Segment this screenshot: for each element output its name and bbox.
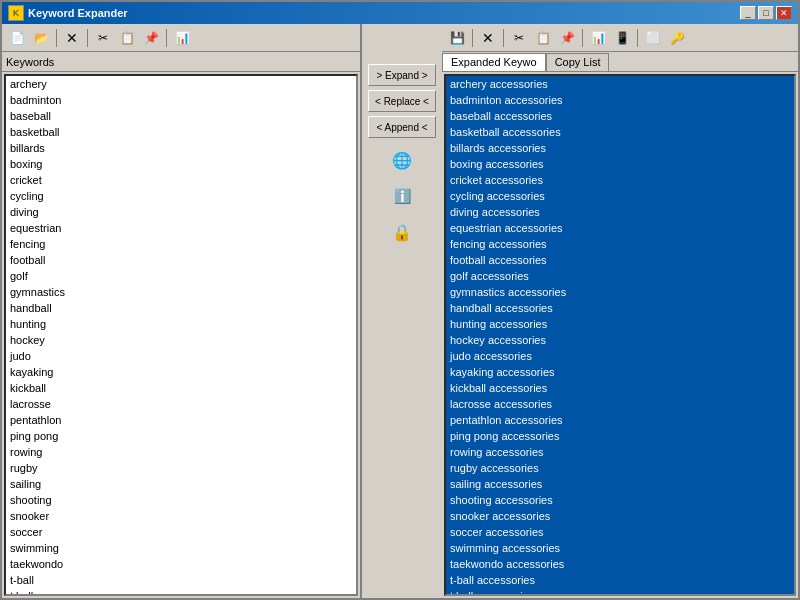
list-item[interactable]: equestrian — [6, 220, 356, 236]
new-button[interactable]: 📄 — [6, 27, 28, 49]
right-key-button[interactable]: 🔑 — [666, 27, 688, 49]
expanded-list-item[interactable]: archery accessories — [446, 76, 794, 92]
open-button[interactable]: 📂 — [30, 27, 52, 49]
list-item[interactable]: swimming — [6, 540, 356, 556]
expanded-list-item[interactable]: billards accessories — [446, 140, 794, 156]
expanded-list-item[interactable]: gymnastics accessories — [446, 284, 794, 300]
list-item[interactable]: cycling — [6, 188, 356, 204]
right-delete-button[interactable]: ✕ — [477, 27, 499, 49]
list-item[interactable]: rugby — [6, 460, 356, 476]
restore-button[interactable]: □ — [758, 6, 774, 20]
right-spreadsheet-button[interactable]: 📊 — [587, 27, 609, 49]
expanded-list-item[interactable]: swimming accessories — [446, 540, 794, 556]
expanded-list-item[interactable]: cycling accessories — [446, 188, 794, 204]
expanded-list-item[interactable]: golf accessories — [446, 268, 794, 284]
copy-list-tab[interactable]: Copy List — [546, 53, 610, 71]
right-save-button[interactable]: 💾 — [446, 27, 468, 49]
expanded-list-item[interactable]: badminton accessories — [446, 92, 794, 108]
list-item[interactable]: gymnastics — [6, 284, 356, 300]
expanded-list-item[interactable]: sailing accessories — [446, 476, 794, 492]
middle-panel: > Expand > < Replace < < Append < 🌐 ℹ️ 🔒 — [362, 24, 442, 598]
expanded-list-item[interactable]: diving accessories — [446, 204, 794, 220]
list-item[interactable]: handball — [6, 300, 356, 316]
list-item[interactable]: football — [6, 252, 356, 268]
expanded-list-item[interactable]: soccer accessories — [446, 524, 794, 540]
expand-button[interactable]: > Expand > — [368, 64, 436, 86]
list-item[interactable]: ping pong — [6, 428, 356, 444]
list-item[interactable]: soccer — [6, 524, 356, 540]
list-item[interactable]: t-ball — [6, 572, 356, 588]
expanded-list-item[interactable]: handball accessories — [446, 300, 794, 316]
list-item[interactable]: billards — [6, 140, 356, 156]
list-item[interactable]: archery — [6, 76, 356, 92]
list-item[interactable]: basketball — [6, 124, 356, 140]
extra-button[interactable]: 📊 — [171, 27, 193, 49]
list-item[interactable]: t ball — [6, 588, 356, 594]
append-button[interactable]: < Append < — [368, 116, 436, 138]
right-mobile-button[interactable]: 📱 — [611, 27, 633, 49]
expanded-list-item[interactable]: fencing accessories — [446, 236, 794, 252]
copy-button[interactable]: 📋 — [116, 27, 138, 49]
expanded-list-item[interactable]: rowing accessories — [446, 444, 794, 460]
right-sep-1 — [472, 29, 473, 47]
list-item[interactable]: taekwondo — [6, 556, 356, 572]
list-item[interactable]: boxing — [6, 156, 356, 172]
list-item[interactable]: lacrosse — [6, 396, 356, 412]
list-item[interactable]: diving — [6, 204, 356, 220]
list-item[interactable]: hunting — [6, 316, 356, 332]
right-toolbar: 💾 ✕ ✂ 📋 📌 📊 📱 ⬜ 🔑 — [442, 24, 798, 52]
list-item[interactable]: pentathlon — [6, 412, 356, 428]
replace-button[interactable]: < Replace < — [368, 90, 436, 112]
list-item[interactable]: shooting — [6, 492, 356, 508]
expanded-list-item[interactable]: basketball accessories — [446, 124, 794, 140]
list-item[interactable]: judo — [6, 348, 356, 364]
cut-button[interactable]: ✂ — [92, 27, 114, 49]
expanded-list-item[interactable]: hunting accessories — [446, 316, 794, 332]
right-cut-button[interactable]: ✂ — [508, 27, 530, 49]
delete-button[interactable]: ✕ — [61, 27, 83, 49]
list-item[interactable]: golf — [6, 268, 356, 284]
list-item[interactable]: kayaking — [6, 364, 356, 380]
expanded-list-item[interactable]: football accessories — [446, 252, 794, 268]
expanded-list-item[interactable]: baseball accessories — [446, 108, 794, 124]
right-paste-button[interactable]: 📌 — [556, 27, 578, 49]
keywords-list-scroll[interactable]: archerybadmintonbaseballbasketballbillar… — [6, 76, 356, 594]
list-item[interactable]: kickball — [6, 380, 356, 396]
close-button[interactable]: ✕ — [776, 6, 792, 20]
expanded-list-item[interactable]: cricket accessories — [446, 172, 794, 188]
expanded-list-item[interactable]: hockey accessories — [446, 332, 794, 348]
expanded-list-item[interactable]: rugby accessories — [446, 460, 794, 476]
list-item[interactable]: snooker — [6, 508, 356, 524]
list-item[interactable]: sailing — [6, 476, 356, 492]
list-item[interactable]: fencing — [6, 236, 356, 252]
right-extra-button[interactable]: ⬜ — [642, 27, 664, 49]
expanded-list-scroll[interactable]: archery accessoriesbadminton accessories… — [446, 76, 794, 594]
expanded-list-item[interactable]: lacrosse accessories — [446, 396, 794, 412]
minimize-button[interactable]: _ — [740, 6, 756, 20]
expanded-list-item[interactable]: t ball accessories — [446, 588, 794, 594]
list-item[interactable]: baseball — [6, 108, 356, 124]
list-item[interactable]: cricket — [6, 172, 356, 188]
expanded-list-container[interactable]: archery accessoriesbadminton accessories… — [444, 74, 796, 596]
info-icon[interactable]: ℹ️ — [388, 182, 416, 210]
expanded-list-item[interactable]: kickball accessories — [446, 380, 794, 396]
expanded-list-item[interactable]: ping pong accessories — [446, 428, 794, 444]
expanded-list-item[interactable]: equestrian accessories — [446, 220, 794, 236]
expanded-list-item[interactable]: snooker accessories — [446, 508, 794, 524]
list-item[interactable]: rowing — [6, 444, 356, 460]
right-copy-button[interactable]: 📋 — [532, 27, 554, 49]
expanded-list-item[interactable]: judo accessories — [446, 348, 794, 364]
expanded-keywords-tab[interactable]: Expanded Keywo — [442, 53, 546, 71]
expanded-list-item[interactable]: boxing accessories — [446, 156, 794, 172]
expanded-list-item[interactable]: shooting accessories — [446, 492, 794, 508]
paste-button[interactable]: 📌 — [140, 27, 162, 49]
earth-icon[interactable]: 🌐 — [388, 146, 416, 174]
keywords-list-container[interactable]: archerybadmintonbaseballbasketballbillar… — [4, 74, 358, 596]
list-item[interactable]: hockey — [6, 332, 356, 348]
expanded-list-item[interactable]: t-ball accessories — [446, 572, 794, 588]
expanded-list-item[interactable]: kayaking accessories — [446, 364, 794, 380]
list-item[interactable]: badminton — [6, 92, 356, 108]
expanded-list-item[interactable]: pentathlon accessories — [446, 412, 794, 428]
lock-icon[interactable]: 🔒 — [388, 218, 416, 246]
expanded-list-item[interactable]: taekwondo accessories — [446, 556, 794, 572]
